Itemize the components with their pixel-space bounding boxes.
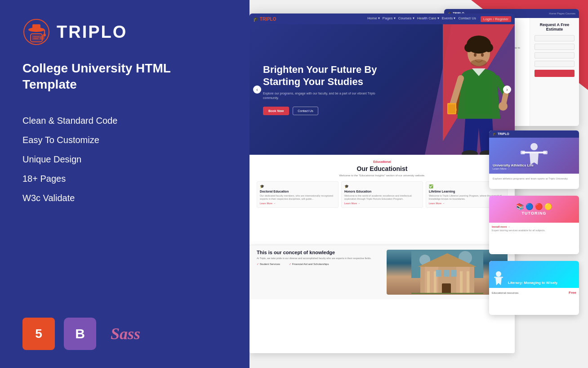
browser-nav-links: Home ▾ Pages ▾ Courses ▾ Health Care ▾ E… — [367, 16, 511, 22]
svg-rect-23 — [448, 104, 455, 113]
athletics-link[interactable]: Learn More → — [493, 167, 534, 170]
svg-point-17 — [481, 53, 484, 57]
checkmark-2: Financial Aid and Scholarships — [289, 262, 329, 265]
edu-card-1: 🎓 Doctoral Education Our dedicated facul… — [257, 181, 339, 208]
svg-rect-19 — [465, 74, 492, 114]
hero-book-button[interactable]: Book Now — [263, 107, 289, 115]
svg-point-18 — [471, 59, 487, 67]
checkmark-1: Student Services — [257, 262, 280, 265]
estimate-form: Request A Free Estimate — [530, 18, 579, 126]
svg-point-16 — [474, 53, 477, 57]
left-panel: TRIPLO College University HTML Template … — [0, 0, 249, 368]
form-field-subject[interactable] — [535, 61, 575, 67]
svg-rect-35 — [467, 271, 469, 294]
athletics-body: Explore athletics programs and team spor… — [489, 174, 579, 184]
svg-rect-6 — [32, 35, 41, 40]
form-field-email[interactable] — [535, 44, 575, 50]
svg-rect-32 — [427, 271, 430, 294]
edu-card-1-text: Our dedicated faculty members, who are i… — [260, 194, 335, 201]
brand-name: TRIPLO — [57, 22, 127, 42]
svg-point-20 — [499, 102, 508, 111]
logo-area: TRIPLO — [22, 18, 227, 46]
svg-rect-47 — [494, 277, 503, 278]
bootstrap-icon: B — [64, 318, 96, 350]
edu-cards: 🎓 Doctoral Education Our dedicated facul… — [257, 181, 508, 208]
svg-rect-38 — [451, 270, 457, 277]
svg-point-46 — [496, 271, 501, 277]
svg-point-15 — [480, 39, 487, 46]
feature-item-1: Clean & Standard Code — [22, 111, 227, 130]
tutoring-header: 📚 🔵 🔴 🟡 TUTORING — [489, 196, 579, 223]
preview-brand: 🎓 TRIPLO — [253, 17, 276, 22]
feature-item-5: W3c Validate — [22, 188, 227, 208]
edu-title: Our Educationist — [257, 165, 508, 172]
html5-icon: 5 — [22, 318, 55, 350]
svg-point-9 — [40, 36, 45, 40]
hero-subtitle: Explore our programs, engage with our fa… — [263, 91, 375, 100]
form-field-phone[interactable] — [535, 52, 575, 58]
tech-icons: 5 B Sass — [22, 318, 227, 350]
hero-prev-arrow[interactable]: ‹ — [253, 85, 261, 94]
svg-point-14 — [471, 39, 478, 46]
svg-rect-37 — [444, 270, 449, 277]
athletics-label: University Athletics Life — [493, 163, 534, 167]
side-card-literacy: Literacy: Managing to Wisely Educational… — [489, 261, 579, 315]
logo-icon — [22, 18, 50, 46]
bottom-preview: This is our concept of knowledge At Trip… — [249, 245, 515, 353]
concept-text: At Triplo, we take pride in our diverse … — [257, 257, 378, 260]
concept-section: This is our concept of knowledge At Trip… — [249, 245, 515, 299]
tutoring-link[interactable]: Install more → — [492, 225, 576, 228]
literacy-badge: Free — [569, 291, 576, 295]
edu-card-2-icon: 🎓 — [344, 184, 420, 188]
edu-card-3-title: Lifetime Learning — [429, 190, 504, 193]
concept-checkmarks: Student Services Financial Aid and Schol… — [257, 262, 378, 265]
form-submit-btn[interactable] — [535, 70, 575, 77]
edu-card-2-link[interactable]: Learn More → — [344, 202, 420, 205]
form-field-name[interactable] — [535, 35, 575, 41]
features-list: Clean & Standard Code Easy To Customize … — [22, 111, 227, 208]
literacy-body: Educational resources Free — [489, 288, 579, 297]
education-section: Educational Our Educationist Welcome to … — [249, 155, 515, 245]
side-card-athletics-header: 🎓 TRIPLO — [489, 130, 579, 138]
feature-item-3: Unique Design — [22, 150, 227, 169]
edu-tag: Educational — [257, 160, 508, 163]
sass-icon: Sass — [105, 318, 146, 350]
tutoring-body: Install more → Expert tutoring services … — [489, 223, 579, 234]
browser-navbar: 🎓 TRIPLO Home ▾ Pages ▾ Courses ▾ Health… — [249, 13, 515, 24]
form-title: Request A Free Estimate — [535, 22, 575, 31]
svg-rect-45 — [543, 151, 548, 154]
hero-section: ‹ › Brighten Your Future By Starting You… — [249, 24, 515, 155]
template-title: College University HTML Template — [22, 60, 227, 93]
feature-item-2: Easy To Customize — [22, 130, 227, 150]
svg-rect-34 — [460, 271, 463, 294]
svg-rect-39 — [442, 283, 451, 294]
edu-card-2-text: Welcome to the world of academic excelle… — [344, 194, 420, 201]
svg-rect-41 — [411, 293, 483, 294]
right-panel: 🎓 TRIPLO Home ▾ Pages ▾ Courses ▾ Health… — [249, 0, 588, 368]
svg-rect-2 — [32, 24, 40, 30]
edu-card-1-title: Doctoral Education — [260, 190, 335, 193]
side-card-athletics: 🎓 TRIPLO University Athletics Life Learn… — [489, 130, 579, 189]
main-preview[interactable]: 🎓 TRIPLO Home ▾ Pages ▾ Courses ▾ Health… — [249, 13, 515, 252]
concept-title: This is our concept of knowledge — [257, 250, 378, 255]
edu-description: Welcome to the "Educationist Insights" s… — [257, 174, 508, 177]
svg-rect-44 — [521, 151, 525, 154]
edu-card-2-title: Honors Education — [344, 190, 420, 193]
literacy-title: Literacy: Managing to Wisely — [508, 281, 557, 285]
tutoring-title: TUTORING — [516, 211, 552, 215]
hero-title: Brighten Your Future By Starting Your St… — [263, 64, 398, 88]
edu-card-1-link[interactable]: Learn More → — [260, 202, 335, 205]
literacy-header: Literacy: Managing to Wisely — [489, 261, 579, 288]
hero-next-arrow[interactable]: › — [503, 85, 511, 94]
edu-card-1-icon: 🎓 — [260, 184, 335, 188]
hero-contact-button[interactable]: Contact Us — [293, 107, 318, 115]
svg-point-42 — [530, 143, 538, 150]
svg-rect-36 — [436, 270, 441, 277]
athletics-image: University Athletics Life Learn More → — [489, 138, 579, 174]
side-card-tutoring: 📚 🔵 🔴 🟡 TUTORING Install more → Expert t… — [489, 196, 579, 254]
feature-item-4: 18+ Pages — [22, 169, 227, 188]
edu-card-2: 🎓 Honors Education Welcome to the world … — [341, 181, 423, 208]
